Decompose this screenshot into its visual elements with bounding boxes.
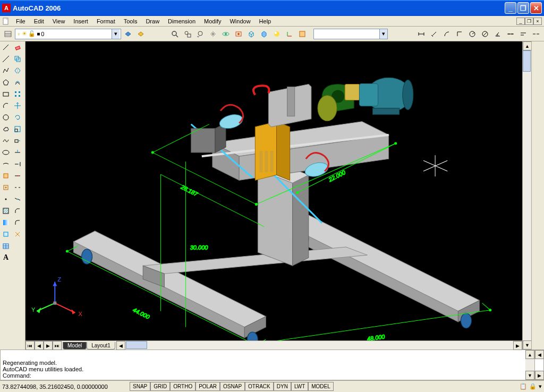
stretch-tool[interactable]	[12, 135, 23, 147]
trim-tool[interactable]	[12, 147, 23, 158]
extend-tool[interactable]	[12, 158, 23, 170]
menu-view[interactable]: View	[48, 17, 70, 25]
dim-baseline-button[interactable]	[517, 28, 529, 40]
snap-toggle[interactable]: SNAP	[130, 382, 150, 391]
maximize-button[interactable]: ❐	[517, 2, 529, 14]
fillet-tool[interactable]	[12, 217, 23, 228]
lock-status-icon[interactable]: 🔒	[529, 383, 537, 390]
quick-dim-button[interactable]	[505, 28, 516, 40]
tab-last-button[interactable]: ⏭	[53, 341, 62, 350]
tab-next-button[interactable]: ▶	[44, 341, 53, 350]
hscroll-left-button[interactable]: ◀	[116, 341, 125, 350]
vscroll-down-button[interactable]: ▼	[523, 340, 532, 350]
menu-modify[interactable]: Modify	[200, 17, 225, 25]
orbit-button[interactable]	[220, 28, 232, 40]
circle-tool[interactable]	[0, 112, 12, 123]
menu-format[interactable]: Format	[92, 17, 120, 25]
break-tool[interactable]	[12, 182, 23, 193]
comm-center-icon[interactable]: 📋	[520, 383, 527, 390]
vscroll-thumb[interactable]	[523, 50, 531, 72]
doc-close-button[interactable]: ×	[533, 18, 542, 25]
zoom-realtime-button[interactable]	[169, 28, 181, 40]
named-views-button[interactable]	[233, 28, 244, 40]
cmd-scroll-track[interactable]	[525, 359, 534, 371]
dim-linear-button[interactable]	[415, 28, 427, 40]
array-tool[interactable]	[12, 88, 23, 100]
dim-arc-button[interactable]	[441, 28, 453, 40]
doc-restore-button[interactable]: ❐	[525, 18, 533, 25]
menu-dimension[interactable]: Dimension	[164, 17, 200, 25]
hscroll-right-button[interactable]: ▶	[513, 341, 522, 350]
spline-tool[interactable]	[0, 135, 12, 147]
layer-states-button[interactable]	[122, 28, 134, 40]
otrack-toggle[interactable]: OTRACK	[245, 382, 274, 391]
shade-button[interactable]	[258, 28, 270, 40]
insert-block-tool[interactable]	[0, 170, 12, 182]
join-tool[interactable]	[12, 193, 23, 205]
dim-continue-button[interactable]	[530, 28, 542, 40]
cmd-scroll-up-button[interactable]: ▲	[525, 350, 534, 359]
menu-tools[interactable]: Tools	[120, 17, 142, 25]
doc-minimize-button[interactable]: _	[516, 18, 525, 25]
ortho-toggle[interactable]: ORTHO	[170, 382, 196, 391]
render-button[interactable]	[271, 28, 283, 40]
offset-tool[interactable]	[12, 76, 23, 88]
dim-angular-button[interactable]	[492, 28, 504, 40]
gradient-tool[interactable]	[0, 217, 12, 228]
menu-edit[interactable]: Edit	[30, 17, 48, 25]
dyn-toggle[interactable]: DYN	[274, 382, 291, 391]
line-tool[interactable]	[0, 41, 12, 53]
menu-file[interactable]: File	[12, 17, 30, 25]
status-tray-icon[interactable]: ▾	[539, 383, 542, 390]
table-tool[interactable]	[0, 240, 12, 252]
mirror-tool[interactable]	[12, 65, 23, 76]
region-tool[interactable]	[0, 228, 12, 240]
modify-extra-tool[interactable]	[12, 240, 23, 252]
pline-tool[interactable]	[0, 65, 12, 76]
3d-views-button[interactable]	[245, 28, 257, 40]
chamfer-tool[interactable]	[12, 205, 23, 217]
linetype-combo[interactable]: ▾	[313, 29, 388, 39]
tab-first-button[interactable]: ⏮	[26, 341, 35, 350]
vscroll-up-button[interactable]: ▲	[523, 41, 532, 50]
menu-draw[interactable]: Draw	[141, 17, 164, 25]
hscroll-track[interactable]: ◀ ▶	[116, 341, 522, 350]
osnap-toggle[interactable]: OSNAP	[220, 382, 245, 391]
right-tool-1[interactable]	[532, 41, 543, 53]
zoom-window-button[interactable]	[182, 28, 193, 40]
dim-diameter-button[interactable]	[479, 28, 491, 40]
lwt-toggle[interactable]: LWT	[291, 382, 308, 391]
text-tool[interactable]: A	[0, 252, 12, 263]
close-button[interactable]: ✕	[530, 2, 542, 14]
minimize-button[interactable]: _	[505, 2, 516, 14]
menu-insert[interactable]: Insert	[69, 17, 92, 25]
dim-aligned-button[interactable]	[428, 28, 440, 40]
grid-toggle[interactable]: GRID	[150, 382, 170, 391]
break-at-point-tool[interactable]	[12, 170, 23, 182]
scale-tool[interactable]	[12, 123, 23, 135]
model-toggle[interactable]: MODEL	[308, 382, 334, 391]
modify-erase-tool[interactable]	[12, 41, 23, 53]
cmd-scroll-down-button[interactable]: ▼	[525, 371, 534, 380]
dropdown-icon[interactable]: ▾	[112, 29, 120, 39]
layer-previous-button[interactable]	[135, 28, 147, 40]
dropdown-icon[interactable]: ▾	[379, 29, 387, 39]
move-tool[interactable]	[12, 100, 23, 112]
tab-model[interactable]: Model	[63, 342, 87, 350]
dim-ordinate-button[interactable]	[454, 28, 465, 40]
xline-tool[interactable]	[0, 53, 12, 65]
dim-radius-button[interactable]	[466, 28, 478, 40]
tab-layout1[interactable]: Layout1	[87, 342, 115, 350]
copy-tool[interactable]	[12, 53, 23, 65]
rectangle-tool[interactable]	[0, 88, 12, 100]
menu-window[interactable]: Window	[225, 17, 254, 25]
hscroll-thumb[interactable]	[126, 341, 147, 349]
model-viewport[interactable]: 28.187 22.000 30.000 44.000 48.000	[26, 41, 522, 340]
modify-extra2-tool[interactable]	[12, 252, 23, 263]
toolbar-extra1-button[interactable]	[296, 28, 308, 40]
ucs-button[interactable]	[284, 28, 295, 40]
zoom-previous-button[interactable]	[194, 28, 206, 40]
layer-combo[interactable]: ♀ ☀ 🔓 ■ 0 ▾	[15, 29, 121, 39]
polar-toggle[interactable]: POLAR	[196, 382, 220, 391]
hatch-tool[interactable]	[0, 205, 12, 217]
